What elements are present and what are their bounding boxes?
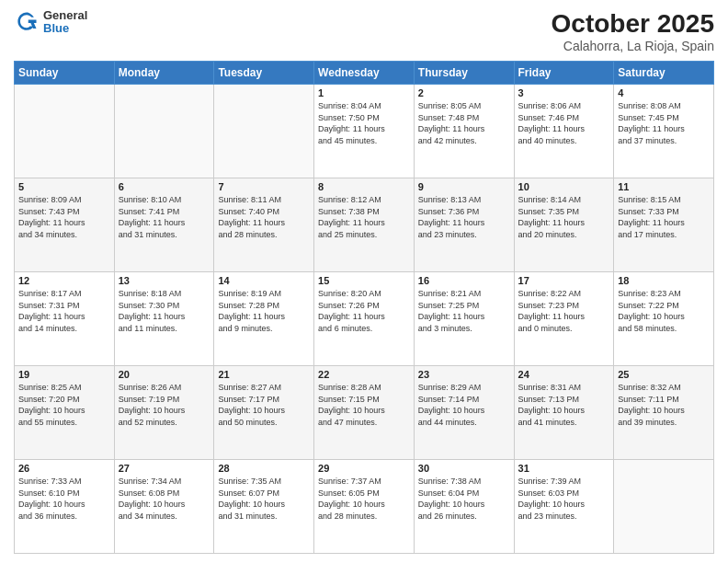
day-number: 8 <box>318 181 410 192</box>
day-number: 22 <box>318 369 410 380</box>
day-info: Sunrise: 8:21 AM Sunset: 7:25 PM Dayligh… <box>418 288 510 334</box>
day-number: 15 <box>318 275 410 286</box>
day-number: 23 <box>418 369 510 380</box>
cell-week1-day6: 4Sunrise: 8:08 AM Sunset: 7:45 PM Daylig… <box>614 85 714 178</box>
day-number: 10 <box>518 181 610 192</box>
header-tuesday: Tuesday <box>214 62 314 85</box>
cell-week5-day4: 30Sunrise: 7:38 AM Sunset: 6:04 PM Dayli… <box>414 460 514 554</box>
day-info: Sunrise: 8:11 AM Sunset: 7:40 PM Dayligh… <box>218 194 310 240</box>
day-info: Sunrise: 8:18 AM Sunset: 7:30 PM Dayligh… <box>119 288 210 334</box>
day-info: Sunrise: 8:17 AM Sunset: 7:31 PM Dayligh… <box>18 288 110 334</box>
cell-week4-day6: 25Sunrise: 8:32 AM Sunset: 7:11 PM Dayli… <box>614 366 714 460</box>
day-info: Sunrise: 7:39 AM Sunset: 6:03 PM Dayligh… <box>518 476 610 522</box>
calendar-title: October 2025 <box>552 9 714 39</box>
cell-week2-day0: 5Sunrise: 8:09 AM Sunset: 7:43 PM Daylig… <box>15 178 115 272</box>
day-number: 3 <box>518 87 610 98</box>
day-number: 28 <box>218 463 310 474</box>
day-info: Sunrise: 8:05 AM Sunset: 7:48 PM Dayligh… <box>418 100 510 146</box>
day-number: 5 <box>18 181 110 192</box>
week-row-4: 19Sunrise: 8:25 AM Sunset: 7:20 PM Dayli… <box>15 366 714 460</box>
day-info: Sunrise: 8:14 AM Sunset: 7:35 PM Dayligh… <box>518 194 610 240</box>
logo-blue-text: Blue <box>43 22 87 35</box>
day-number: 16 <box>418 275 510 286</box>
day-number: 2 <box>418 87 510 98</box>
day-number: 13 <box>119 275 210 286</box>
logo-text: General Blue <box>43 9 87 36</box>
cell-week5-day0: 26Sunrise: 7:33 AM Sunset: 6:10 PM Dayli… <box>15 460 115 554</box>
cell-week3-day1: 13Sunrise: 8:18 AM Sunset: 7:30 PM Dayli… <box>114 272 214 366</box>
cell-week1-day3: 1Sunrise: 8:04 AM Sunset: 7:50 PM Daylig… <box>314 85 415 178</box>
day-info: Sunrise: 7:33 AM Sunset: 6:10 PM Dayligh… <box>18 476 110 522</box>
day-number: 19 <box>18 369 110 380</box>
week-row-2: 5Sunrise: 8:09 AM Sunset: 7:43 PM Daylig… <box>15 178 714 272</box>
week-row-3: 12Sunrise: 8:17 AM Sunset: 7:31 PM Dayli… <box>15 272 714 366</box>
day-info: Sunrise: 8:27 AM Sunset: 7:17 PM Dayligh… <box>218 382 310 428</box>
day-info: Sunrise: 7:38 AM Sunset: 6:04 PM Dayligh… <box>418 476 510 522</box>
week-row-5: 26Sunrise: 7:33 AM Sunset: 6:10 PM Dayli… <box>15 460 714 554</box>
day-info: Sunrise: 8:19 AM Sunset: 7:28 PM Dayligh… <box>218 288 310 334</box>
cell-week2-day2: 7Sunrise: 8:11 AM Sunset: 7:40 PM Daylig… <box>214 178 314 272</box>
day-info: Sunrise: 8:25 AM Sunset: 7:20 PM Dayligh… <box>18 382 110 428</box>
day-info: Sunrise: 7:35 AM Sunset: 6:07 PM Dayligh… <box>218 476 310 522</box>
cell-week5-day3: 29Sunrise: 7:37 AM Sunset: 6:05 PM Dayli… <box>314 460 415 554</box>
cell-week1-day1 <box>114 85 214 178</box>
cell-week3-day4: 16Sunrise: 8:21 AM Sunset: 7:25 PM Dayli… <box>414 272 514 366</box>
cell-week2-day5: 10Sunrise: 8:14 AM Sunset: 7:35 PM Dayli… <box>514 178 614 272</box>
day-number: 20 <box>119 369 210 380</box>
title-block: October 2025 Calahorra, La Rioja, Spain <box>552 9 714 53</box>
cell-week5-day5: 31Sunrise: 7:39 AM Sunset: 6:03 PM Dayli… <box>514 460 614 554</box>
calendar-page: General Blue October 2025 Calahorra, La … <box>0 0 728 563</box>
day-info: Sunrise: 8:04 AM Sunset: 7:50 PM Dayligh… <box>318 100 410 146</box>
day-info: Sunrise: 8:12 AM Sunset: 7:38 PM Dayligh… <box>318 194 410 240</box>
cell-week3-day6: 18Sunrise: 8:23 AM Sunset: 7:22 PM Dayli… <box>614 272 714 366</box>
header-wednesday: Wednesday <box>314 62 415 85</box>
cell-week2-day3: 8Sunrise: 8:12 AM Sunset: 7:38 PM Daylig… <box>314 178 415 272</box>
cell-week5-day2: 28Sunrise: 7:35 AM Sunset: 6:07 PM Dayli… <box>214 460 314 554</box>
logo: General Blue <box>14 9 87 36</box>
day-number: 12 <box>18 275 110 286</box>
cell-week1-day5: 3Sunrise: 8:06 AM Sunset: 7:46 PM Daylig… <box>514 85 614 178</box>
cell-week3-day3: 15Sunrise: 8:20 AM Sunset: 7:26 PM Dayli… <box>314 272 415 366</box>
day-number: 31 <box>518 463 610 474</box>
day-info: Sunrise: 8:26 AM Sunset: 7:19 PM Dayligh… <box>119 382 210 428</box>
day-info: Sunrise: 8:23 AM Sunset: 7:22 PM Dayligh… <box>618 288 710 334</box>
calendar-location: Calahorra, La Rioja, Spain <box>552 39 714 53</box>
day-info: Sunrise: 8:32 AM Sunset: 7:11 PM Dayligh… <box>618 382 710 428</box>
day-info: Sunrise: 8:06 AM Sunset: 7:46 PM Dayligh… <box>518 100 610 146</box>
header-friday: Friday <box>514 62 614 85</box>
cell-week1-day0 <box>15 85 115 178</box>
cell-week3-day5: 17Sunrise: 8:22 AM Sunset: 7:23 PM Dayli… <box>514 272 614 366</box>
day-number: 17 <box>518 275 610 286</box>
header-sunday: Sunday <box>15 62 115 85</box>
day-number: 4 <box>618 87 710 98</box>
days-header-row: Sunday Monday Tuesday Wednesday Thursday… <box>15 62 714 85</box>
day-number: 24 <box>518 369 610 380</box>
day-info: Sunrise: 8:15 AM Sunset: 7:33 PM Dayligh… <box>618 194 710 240</box>
day-number: 11 <box>618 181 710 192</box>
cell-week1-day2 <box>214 85 314 178</box>
calendar-table: Sunday Monday Tuesday Wednesday Thursday… <box>14 61 714 554</box>
header-saturday: Saturday <box>614 62 714 85</box>
cell-week2-day4: 9Sunrise: 8:13 AM Sunset: 7:36 PM Daylig… <box>414 178 514 272</box>
day-info: Sunrise: 8:10 AM Sunset: 7:41 PM Dayligh… <box>119 194 210 240</box>
day-number: 26 <box>18 463 110 474</box>
day-info: Sunrise: 8:13 AM Sunset: 7:36 PM Dayligh… <box>418 194 510 240</box>
day-number: 7 <box>218 181 310 192</box>
header-monday: Monday <box>114 62 214 85</box>
header-thursday: Thursday <box>414 62 514 85</box>
cell-week4-day1: 20Sunrise: 8:26 AM Sunset: 7:19 PM Dayli… <box>114 366 214 460</box>
cell-week4-day2: 21Sunrise: 8:27 AM Sunset: 7:17 PM Dayli… <box>214 366 314 460</box>
cell-week5-day6 <box>614 460 714 554</box>
page-header: General Blue October 2025 Calahorra, La … <box>14 9 714 53</box>
day-info: Sunrise: 8:29 AM Sunset: 7:14 PM Dayligh… <box>418 382 510 428</box>
day-number: 21 <box>218 369 310 380</box>
day-number: 18 <box>618 275 710 286</box>
cell-week2-day6: 11Sunrise: 8:15 AM Sunset: 7:33 PM Dayli… <box>614 178 714 272</box>
cell-week4-day5: 24Sunrise: 8:31 AM Sunset: 7:13 PM Dayli… <box>514 366 614 460</box>
day-number: 1 <box>318 87 410 98</box>
day-number: 29 <box>318 463 410 474</box>
cell-week5-day1: 27Sunrise: 7:34 AM Sunset: 6:08 PM Dayli… <box>114 460 214 554</box>
day-number: 25 <box>618 369 710 380</box>
day-info: Sunrise: 7:37 AM Sunset: 6:05 PM Dayligh… <box>318 476 410 522</box>
week-row-1: 1Sunrise: 8:04 AM Sunset: 7:50 PM Daylig… <box>15 85 714 178</box>
